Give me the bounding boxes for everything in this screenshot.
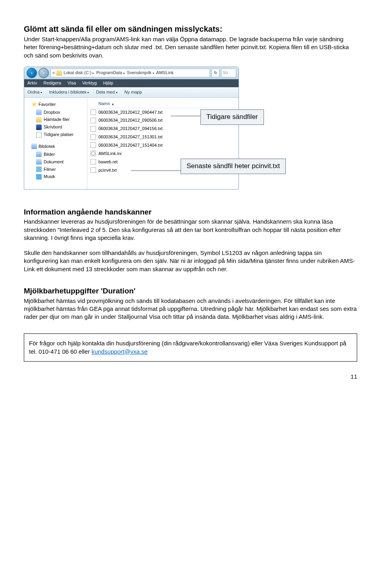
ret-file-icon	[90, 159, 96, 165]
toolbar-dela[interactable]: Dela med	[96, 89, 117, 95]
list-item[interactable]: AMSLink.ini	[90, 149, 236, 158]
toolbar-ordna[interactable]: Ordna	[27, 89, 42, 95]
contact-text: För frågor och hjälp kontakta din husdju…	[29, 340, 346, 354]
section2-p1: Handskanner levereras av husdjursförenin…	[24, 218, 357, 242]
section-missed-send: Glömt att sända fil eller om sändningen …	[24, 24, 357, 190]
documents-icon	[36, 159, 42, 165]
contact-email-link[interactable]: kundsupport@vxa.se	[92, 348, 148, 355]
explorer-screenshot: ‹ › « Lokal disk (C:)▸ ProgramData▸ Sven…	[24, 67, 274, 190]
toolbar-inkludera[interactable]: Inkludera i bibliotek	[49, 89, 89, 95]
breadcrumb-item[interactable]: AMSLink	[156, 70, 174, 76]
section2-p2: Skulle den handskanner som tillhandahåll…	[24, 249, 357, 273]
sidebar-item[interactable]: Filmer	[26, 166, 85, 173]
sidebar-group-favoriter[interactable]: Favoriter	[26, 100, 85, 109]
sidebar-item[interactable]: Tidigare platser	[26, 131, 85, 138]
recent-icon	[36, 132, 42, 138]
pictures-icon	[36, 151, 42, 157]
sidebar-item[interactable]: Hämtade filer	[26, 116, 85, 123]
menu-visa[interactable]: Visa	[67, 80, 76, 86]
sidebar-item[interactable]: Dokument	[26, 158, 85, 166]
explorer-sidebar: Favoriter Dropbox Hämtade filer Skrivbor…	[24, 98, 87, 189]
folder-icon	[36, 117, 42, 123]
txt-file-icon	[90, 167, 96, 173]
music-icon	[36, 174, 42, 180]
section1-body: Under Start-knappen/Alla program/AMS-lin…	[24, 35, 357, 59]
list-item[interactable]: 06003634_20120427_151404.txt	[90, 141, 236, 149]
callout-line	[131, 170, 181, 171]
section-handskanner: Information angående handskanner Handska…	[24, 207, 357, 273]
txt-file-icon	[90, 118, 96, 123]
refresh-button[interactable]: ↻	[212, 69, 219, 77]
txt-file-icon	[90, 134, 96, 140]
library-icon	[31, 144, 37, 149]
sidebar-item[interactable]: Musik	[26, 173, 85, 180]
address-bar[interactable]: « Lokal disk (C:)▸ ProgramData▸ Svenskmj…	[50, 69, 210, 77]
breadcrumb-leader: «	[52, 70, 55, 76]
sidebar-item[interactable]: Skrivbord	[26, 123, 85, 131]
explorer-titlebar: ‹ › « Lokal disk (C:)▸ ProgramData▸ Sven…	[24, 67, 239, 79]
callout-line	[171, 116, 200, 116]
menu-arkiv[interactable]: Arkiv	[27, 80, 37, 86]
txt-file-icon	[90, 142, 96, 148]
nav-forward-button[interactable]: ›	[38, 68, 49, 78]
section1-title: Glömt att sända fil eller om sändningen …	[24, 24, 357, 34]
search-input[interactable]: Sö	[221, 69, 236, 77]
section3-p1: Mjölkbarhet hämtas vid provmjölkning och…	[24, 297, 357, 321]
list-item[interactable]: 06003634_20120427_151301.txt	[90, 133, 236, 141]
section3-title: Mjölkbarhetuppgifter 'Duration'	[24, 286, 357, 296]
explorer-toolbar: Ordna Inkludera i bibliotek Dela med Ny …	[24, 87, 239, 98]
desktop-icon	[36, 124, 42, 130]
menu-redigera[interactable]: Redigera	[43, 80, 61, 86]
breadcrumb-item[interactable]: Svenskmjolk▸	[127, 70, 155, 76]
menu-hjalp[interactable]: Hjälp	[103, 80, 113, 86]
section2-title: Information angående handskanner	[24, 207, 357, 217]
ini-file-icon	[90, 151, 96, 156]
sidebar-group-bibliotek[interactable]: Bibliotek	[26, 142, 85, 151]
folder-icon	[56, 70, 62, 76]
section-duration: Mjölkbarhetuppgifter 'Duration' Mjölkbar…	[24, 286, 357, 321]
film-icon	[36, 167, 42, 172]
callout-previous-files: Tidigare sändfiler	[200, 109, 264, 125]
txt-file-icon	[90, 126, 96, 132]
txt-file-icon	[90, 109, 96, 115]
star-icon	[31, 102, 37, 107]
sidebar-item[interactable]: Bilder	[26, 151, 85, 158]
list-header[interactable]: Namn▲	[90, 100, 236, 108]
explorer-menubar: Arkiv Redigera Visa Verktyg Hjälp	[24, 79, 239, 87]
breadcrumb-item[interactable]: Lokal disk (C:)▸	[64, 70, 94, 76]
folder-icon	[36, 109, 42, 115]
nav-back-button[interactable]: ‹	[27, 68, 37, 78]
sidebar-item[interactable]: Dropbox	[26, 109, 85, 116]
page-number: 11	[24, 373, 357, 381]
toolbar-ny-mapp[interactable]: Ny mapp	[125, 89, 142, 95]
contact-box: För frågor och hjälp kontakta din husdju…	[24, 333, 357, 362]
breadcrumb-item[interactable]: ProgramData▸	[96, 70, 125, 76]
menu-verktyg[interactable]: Verktyg	[82, 80, 97, 86]
list-item[interactable]: 06003634_20120427_094156.txt	[90, 124, 236, 133]
column-namn[interactable]: Namn▲	[90, 101, 236, 107]
callout-latest-file: Senaste sändfil heter pcinvit.txt	[181, 159, 286, 174]
